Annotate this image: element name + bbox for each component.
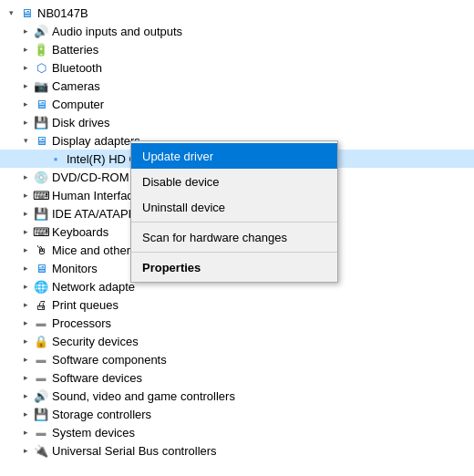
tree-item-usb[interactable]: 🔌 Universal Serial Bus controllers bbox=[0, 441, 474, 460]
cameras-icon: 📷 bbox=[33, 78, 49, 94]
print-chevron[interactable] bbox=[18, 297, 33, 312]
tree-root[interactable]: 🖥 NB0147B bbox=[0, 4, 474, 22]
audio-chevron[interactable] bbox=[18, 24, 33, 38]
audio-icon: 🔊 bbox=[33, 23, 49, 39]
tree-item-sw-devices[interactable]: ▬ Software devices bbox=[0, 368, 474, 387]
network-chevron[interactable] bbox=[18, 279, 33, 294]
dvd-chevron[interactable] bbox=[18, 170, 33, 184]
context-menu-update-driver[interactable]: Update driver bbox=[131, 143, 337, 169]
sw-devices-chevron[interactable] bbox=[18, 370, 33, 385]
bluetooth-label: Bluetooth bbox=[52, 61, 474, 75]
context-menu-properties[interactable]: Properties bbox=[131, 254, 337, 280]
update-driver-label: Update driver bbox=[142, 150, 213, 163]
sw-components-icon: ▬ bbox=[33, 351, 49, 367]
hid-icon: ⌨ bbox=[33, 187, 49, 203]
root-chevron[interactable] bbox=[4, 5, 18, 20]
usb-chevron[interactable] bbox=[18, 443, 33, 458]
tree-item-storage[interactable]: 💾 Storage controllers bbox=[0, 405, 474, 423]
security-label: Security devices bbox=[52, 335, 474, 348]
sound-icon: 🔊 bbox=[33, 388, 49, 404]
cameras-label: Cameras bbox=[52, 79, 474, 93]
tree-item-bluetooth[interactable]: ⬡ Bluetooth bbox=[0, 58, 474, 77]
security-icon: 🔒 bbox=[33, 333, 49, 349]
computer-label: Computer bbox=[52, 98, 474, 111]
bluetooth-icon: ⬡ bbox=[33, 59, 49, 76]
cameras-chevron[interactable] bbox=[18, 78, 33, 93]
display-icon: 🖥 bbox=[33, 132, 49, 149]
ide-icon: 💾 bbox=[33, 205, 49, 222]
print-label: Print queues bbox=[52, 298, 474, 312]
tree-item-batteries[interactable]: 🔋 Batteries bbox=[0, 40, 474, 58]
batteries-label: Batteries bbox=[52, 43, 474, 57]
root-label: NB0147B bbox=[37, 6, 474, 20]
sw-components-label: Software components bbox=[52, 353, 474, 367]
processors-icon: ▬ bbox=[33, 315, 49, 331]
sw-devices-icon: ▬ bbox=[33, 369, 49, 386]
batteries-icon: 🔋 bbox=[33, 41, 49, 57]
tree-item-computer[interactable]: 🖥 Computer bbox=[0, 95, 474, 113]
usb-label: Universal Serial Bus controllers bbox=[52, 444, 474, 458]
system-label: System devices bbox=[52, 426, 474, 440]
mice-icon: 🖱 bbox=[33, 242, 49, 258]
disk-label: Disk drives bbox=[52, 116, 474, 129]
context-menu-uninstall-device[interactable]: Uninstall device bbox=[131, 194, 337, 220]
tree-item-print[interactable]: 🖨 Print queues bbox=[0, 295, 474, 314]
tree-item-sw-components[interactable]: ▬ Software components bbox=[0, 350, 474, 368]
storage-chevron[interactable] bbox=[18, 407, 33, 421]
storage-label: Storage controllers bbox=[52, 408, 474, 421]
tree-item-processors[interactable]: ▬ Processors bbox=[0, 314, 474, 332]
root-icon: 🖥 bbox=[18, 5, 35, 21]
scan-hardware-label: Scan for hardware changes bbox=[142, 231, 287, 244]
context-menu-disable-device[interactable]: Disable device bbox=[131, 169, 337, 194]
usb-icon: 🔌 bbox=[33, 442, 49, 459]
tree-item-disk[interactable]: 💾 Disk drives bbox=[0, 113, 474, 131]
security-chevron[interactable] bbox=[18, 334, 33, 348]
display-chevron[interactable] bbox=[18, 133, 33, 148]
print-icon: 🖨 bbox=[33, 296, 49, 313]
gpu-icon: ▪ bbox=[47, 150, 64, 167]
processors-label: Processors bbox=[52, 316, 474, 330]
tree-item-cameras[interactable]: 📷 Cameras bbox=[0, 77, 474, 95]
processors-chevron[interactable] bbox=[18, 316, 33, 330]
monitors-icon: 🖥 bbox=[33, 260, 49, 276]
monitors-chevron[interactable] bbox=[18, 261, 33, 275]
sw-devices-label: Software devices bbox=[52, 371, 474, 385]
uninstall-device-label: Uninstall device bbox=[142, 201, 225, 214]
bluetooth-chevron[interactable] bbox=[18, 60, 33, 75]
computer-icon: 🖥 bbox=[33, 96, 49, 112]
sound-label: Sound, video and game controllers bbox=[52, 389, 474, 403]
context-menu: Update driver Disable device Uninstall d… bbox=[130, 140, 338, 283]
computer-chevron[interactable] bbox=[18, 97, 33, 111]
audio-label: Audio inputs and outputs bbox=[52, 25, 474, 38]
sound-chevron[interactable] bbox=[18, 388, 33, 403]
sw-components-chevron[interactable] bbox=[18, 352, 33, 367]
context-menu-scan-hardware[interactable]: Scan for hardware changes bbox=[131, 224, 337, 250]
dvd-icon: 💿 bbox=[33, 169, 49, 185]
properties-label: Properties bbox=[142, 261, 201, 274]
network-icon: 🌐 bbox=[33, 278, 49, 295]
storage-icon: 💾 bbox=[33, 406, 49, 422]
keyboards-icon: ⌨ bbox=[33, 223, 49, 240]
tree-item-audio[interactable]: 🔊 Audio inputs and outputs bbox=[0, 22, 474, 40]
disk-icon: 💾 bbox=[33, 114, 49, 130]
disk-chevron[interactable] bbox=[18, 115, 33, 129]
tree-item-sound[interactable]: 🔊 Sound, video and game controllers bbox=[0, 387, 474, 405]
keyboards-chevron[interactable] bbox=[18, 224, 33, 239]
tree-item-system[interactable]: ▬ System devices bbox=[0, 423, 474, 441]
context-menu-separator-1 bbox=[131, 222, 337, 222]
system-icon: ▬ bbox=[33, 424, 49, 440]
context-menu-separator-2 bbox=[131, 252, 337, 253]
ide-chevron[interactable] bbox=[18, 206, 33, 221]
mice-chevron[interactable] bbox=[18, 243, 33, 257]
tree-item-security[interactable]: 🔒 Security devices bbox=[0, 332, 474, 350]
system-chevron[interactable] bbox=[18, 425, 33, 440]
batteries-chevron[interactable] bbox=[18, 42, 33, 57]
disable-device-label: Disable device bbox=[142, 175, 220, 189]
hid-chevron[interactable] bbox=[18, 188, 33, 202]
